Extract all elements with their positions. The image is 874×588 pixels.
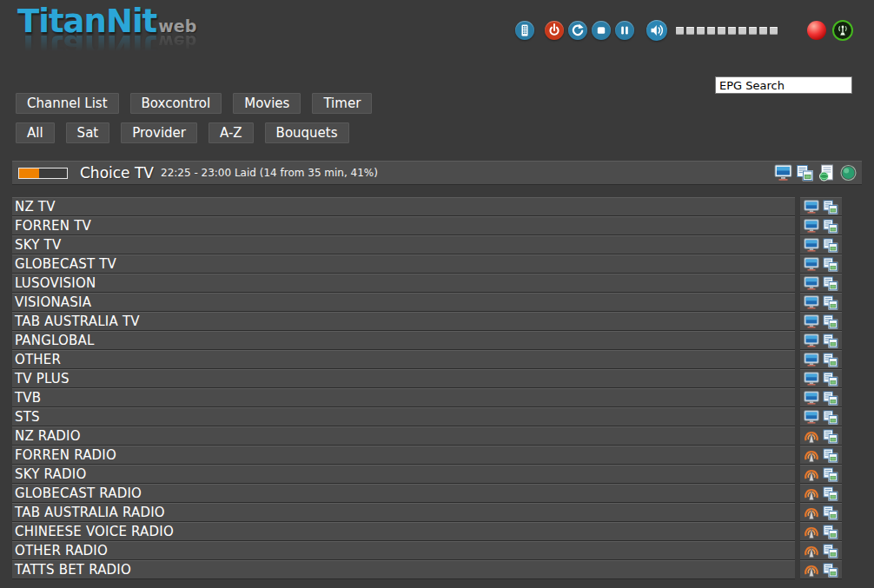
volume-segment[interactable] bbox=[770, 27, 778, 35]
copy-icon[interactable] bbox=[823, 544, 838, 558]
channel-name[interactable]: SKY RADIO bbox=[12, 465, 795, 484]
filter-button[interactable]: Bouquets bbox=[265, 122, 349, 143]
channel-name[interactable]: GLOBECAST RADIO bbox=[12, 484, 795, 503]
filter-button[interactable]: Sat bbox=[66, 122, 110, 143]
power-icon[interactable] bbox=[545, 21, 564, 40]
filter-button[interactable]: A-Z bbox=[209, 122, 254, 143]
volume-segment[interactable] bbox=[686, 27, 694, 35]
radio-icon[interactable] bbox=[804, 563, 819, 578]
tv-icon[interactable] bbox=[804, 200, 819, 215]
copy-icon[interactable] bbox=[823, 410, 838, 425]
refresh-icon[interactable] bbox=[568, 21, 587, 40]
radio-icon[interactable] bbox=[804, 486, 819, 501]
channel-name[interactable]: FORREN RADIO bbox=[12, 446, 795, 465]
epg-document-icon[interactable] bbox=[818, 164, 836, 182]
copy-icon[interactable] bbox=[796, 164, 814, 182]
tv-icon[interactable] bbox=[804, 295, 819, 310]
channel-name[interactable]: LUSOVISION bbox=[12, 274, 795, 293]
volume-segment[interactable] bbox=[738, 27, 746, 35]
channel-name[interactable]: PANGLOBAL bbox=[12, 331, 795, 350]
channel-name[interactable]: STS bbox=[12, 407, 795, 426]
copy-icon[interactable] bbox=[823, 257, 838, 272]
tv-icon[interactable] bbox=[804, 391, 819, 406]
copy-icon[interactable] bbox=[823, 295, 838, 310]
copy-icon[interactable] bbox=[823, 219, 838, 234]
nav-button[interactable]: Channel List bbox=[16, 93, 119, 114]
volume-segment[interactable] bbox=[676, 27, 684, 35]
channel-name[interactable]: GLOBECAST TV bbox=[12, 254, 795, 274]
channel-name[interactable]: TVB bbox=[12, 388, 795, 407]
globe-icon[interactable] bbox=[839, 164, 857, 182]
volume-segment[interactable] bbox=[697, 27, 705, 35]
tv-icon[interactable] bbox=[804, 314, 819, 329]
remote-control-icon[interactable] bbox=[515, 21, 534, 40]
channel-row: GLOBECAST RADIO bbox=[12, 484, 842, 503]
channel-name[interactable]: NZ TV bbox=[12, 197, 795, 216]
tv-icon[interactable] bbox=[804, 372, 819, 386]
channel-row-actions bbox=[800, 312, 842, 331]
channel-row-actions bbox=[800, 350, 842, 369]
channel-row-actions bbox=[800, 235, 842, 254]
channel-name[interactable]: TV PLUS bbox=[12, 369, 795, 388]
tv-icon[interactable] bbox=[804, 238, 819, 253]
volume-segment[interactable] bbox=[759, 27, 767, 35]
volume-segment[interactable] bbox=[718, 27, 725, 35]
copy-icon[interactable] bbox=[823, 448, 838, 463]
radio-icon[interactable] bbox=[804, 544, 819, 558]
copy-icon[interactable] bbox=[823, 467, 838, 482]
filter-button[interactable]: Provider bbox=[121, 122, 197, 143]
filter-button[interactable]: All bbox=[16, 122, 55, 143]
copy-icon[interactable] bbox=[823, 391, 838, 406]
channel-name[interactable]: NZ RADIO bbox=[12, 426, 795, 446]
epg-search-input[interactable] bbox=[715, 76, 852, 94]
channel-name[interactable]: OTHER RADIO bbox=[12, 541, 795, 560]
channel-name[interactable]: SKY TV bbox=[12, 235, 795, 254]
speaker-icon[interactable] bbox=[646, 20, 667, 41]
channel-name[interactable]: CHINEESE VOICE RADIO bbox=[12, 522, 795, 541]
nav-button[interactable]: Boxcontrol bbox=[130, 93, 222, 114]
channel-row: TV PLUS bbox=[12, 369, 842, 388]
tv-icon[interactable] bbox=[804, 276, 819, 291]
volume-segment[interactable] bbox=[728, 27, 736, 35]
channel-name[interactable]: TATTS BET RADIO bbox=[12, 560, 795, 579]
channel-name[interactable]: VISIONASIA bbox=[12, 293, 795, 312]
copy-icon[interactable] bbox=[823, 276, 838, 291]
tv-icon[interactable] bbox=[804, 257, 819, 272]
radio-icon[interactable] bbox=[804, 448, 819, 463]
radio-icon[interactable] bbox=[804, 467, 819, 482]
copy-icon[interactable] bbox=[823, 486, 838, 501]
copy-icon[interactable] bbox=[823, 372, 838, 386]
tv-icon[interactable] bbox=[804, 353, 819, 367]
copy-icon[interactable] bbox=[823, 238, 838, 253]
channel-row: TAB AUSTRALIA RADIO bbox=[12, 503, 842, 522]
radio-icon[interactable] bbox=[804, 429, 819, 444]
volume-segment[interactable] bbox=[749, 27, 757, 35]
copy-icon[interactable] bbox=[823, 353, 838, 367]
copy-icon[interactable] bbox=[823, 334, 838, 348]
channel-name[interactable]: TAB AUSTRALIA RADIO bbox=[12, 503, 795, 522]
copy-icon[interactable] bbox=[823, 525, 838, 539]
tv-screen-icon[interactable] bbox=[774, 164, 792, 182]
now-playing-actions bbox=[774, 164, 857, 182]
tv-icon[interactable] bbox=[804, 219, 819, 234]
tv-icon[interactable] bbox=[804, 410, 819, 425]
nav-button[interactable]: Timer bbox=[312, 93, 372, 114]
tv-icon[interactable] bbox=[804, 334, 819, 348]
nav-button[interactable]: Movies bbox=[233, 93, 301, 114]
radio-icon[interactable] bbox=[804, 525, 819, 539]
channel-name[interactable]: FORREN TV bbox=[12, 216, 795, 235]
volume-segment[interactable] bbox=[707, 27, 715, 35]
radio-icon[interactable] bbox=[804, 505, 819, 520]
pause-icon[interactable] bbox=[615, 21, 634, 40]
copy-icon[interactable] bbox=[823, 505, 838, 520]
channel-name[interactable]: OTHER bbox=[12, 350, 795, 369]
copy-icon[interactable] bbox=[823, 429, 838, 444]
channel-row-actions bbox=[800, 446, 842, 465]
stop-icon[interactable] bbox=[592, 21, 611, 40]
channel-row-actions bbox=[800, 274, 842, 293]
copy-icon[interactable] bbox=[823, 314, 838, 329]
copy-icon[interactable] bbox=[823, 200, 838, 215]
signal-antenna-icon[interactable] bbox=[832, 20, 853, 41]
copy-icon[interactable] bbox=[823, 563, 838, 578]
channel-name[interactable]: TAB AUSTRALIA TV bbox=[12, 312, 795, 331]
